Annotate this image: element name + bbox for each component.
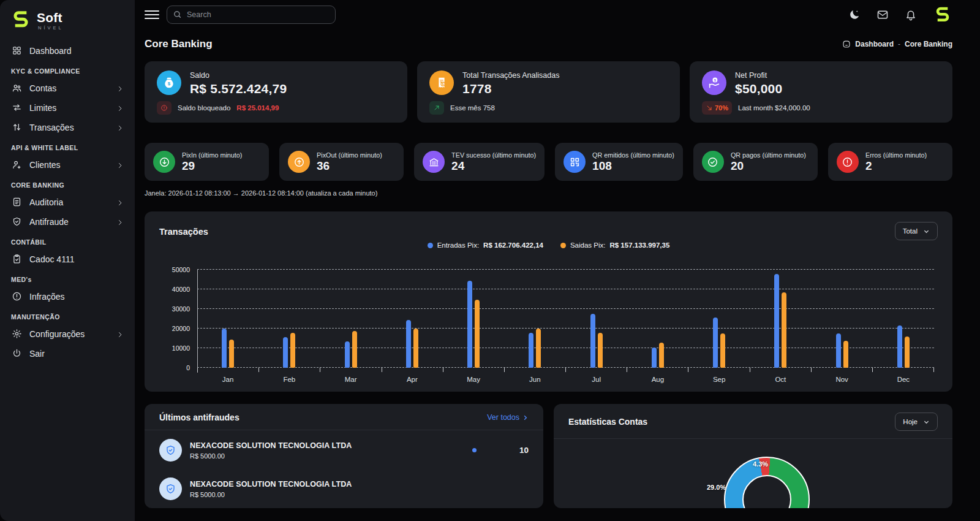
- bar-entradas-pix[interactable]: [222, 329, 227, 368]
- sidebar-item-sair[interactable]: Sair: [5, 344, 130, 363]
- legend-series-total: R$ 162.706.422,14: [483, 241, 543, 249]
- chevron-right-icon: [116, 161, 124, 169]
- qr-code-icon: [564, 151, 586, 173]
- sidebar-item-cadoc-4111[interactable]: Cadoc 4111: [5, 249, 130, 268]
- bar-group-aug: [627, 270, 688, 368]
- stat-card-label: Net Profit: [735, 71, 782, 80]
- sidebar-item-label: Dashboard: [29, 46, 124, 56]
- client-user-icon: [11, 159, 22, 170]
- bar-entradas-pix[interactable]: [713, 318, 718, 368]
- chart-legend: Entradas Pix: R$ 162.706.422,14 Saidas P…: [159, 241, 938, 249]
- x-axis-tick-label: Feb: [258, 376, 320, 383]
- accounts-stats-card: Estatísticas Contas Hoje 4.3%29.0%: [554, 404, 952, 508]
- brand-avatar[interactable]: [933, 5, 952, 25]
- bar-entradas-pix[interactable]: [345, 341, 350, 368]
- bar-saidas-pix[interactable]: [905, 337, 910, 368]
- chevron-right-icon: [116, 330, 124, 338]
- bar-entradas-pix[interactable]: [897, 325, 902, 368]
- legend-item-entradas-pix: Entradas Pix: R$ 162.706.422,14: [428, 241, 543, 249]
- bar-entradas-pix[interactable]: [467, 281, 472, 368]
- bar-saidas-pix[interactable]: [229, 340, 234, 368]
- sidebar-item-configuracoes[interactable]: Configurações: [5, 324, 130, 343]
- bell-icon[interactable]: [905, 9, 917, 21]
- mail-icon[interactable]: [876, 9, 889, 21]
- stat-cards-row: $ Saldo R$ 5.572.424,79 Saldo bloqueado …: [145, 61, 952, 123]
- bar-entradas-pix[interactable]: [590, 314, 595, 368]
- sidebar-item-contas[interactable]: Contas: [5, 78, 130, 97]
- stat-card-value: 1778: [462, 82, 559, 96]
- sidebar-item-limites[interactable]: Limites: [5, 98, 130, 117]
- bar-entradas-pix[interactable]: [283, 337, 288, 368]
- sidebar-item-antifraude[interactable]: Antifraude: [5, 212, 130, 231]
- bar-entradas-pix[interactable]: [774, 274, 779, 368]
- menu-toggle-button[interactable]: [145, 9, 159, 20]
- bar-saidas-pix[interactable]: [843, 341, 848, 368]
- metric-card-label: PixOut (último minuto): [317, 151, 382, 159]
- home-icon: [842, 40, 851, 48]
- y-axis-tick-label: 0: [186, 364, 190, 371]
- bar-saidas-pix[interactable]: [290, 333, 295, 368]
- chevron-down-icon: [923, 419, 930, 425]
- donut-slice-label: 29.0%: [707, 484, 726, 491]
- bar-group-dec: [873, 270, 934, 368]
- moon-icon[interactable]: [848, 9, 861, 21]
- bar-saidas-pix[interactable]: [782, 292, 786, 368]
- antifraud-list-item[interactable]: NEXACODE SOLUTION TECNOLOGIA LTDA R$ 500…: [145, 469, 543, 508]
- antifraud-list: NEXACODE SOLUTION TECNOLOGIA LTDA R$ 500…: [145, 430, 543, 508]
- x-axis-tick-label: Jul: [566, 376, 627, 383]
- bar-entradas-pix[interactable]: [836, 333, 841, 368]
- bar-saidas-pix[interactable]: [720, 333, 725, 368]
- users-icon: [11, 83, 22, 94]
- accounts-stats-filter-select[interactable]: Hoje: [895, 413, 938, 431]
- sidebar-item-dashboard[interactable]: Dashboard: [5, 41, 130, 60]
- alert-circle-icon: [157, 101, 172, 115]
- sidebar-item-infracoes[interactable]: Infrações: [5, 287, 130, 306]
- bar-entradas-pix[interactable]: [652, 348, 657, 368]
- bar-saidas-pix[interactable]: [352, 331, 357, 368]
- chevron-right-icon: [116, 218, 124, 226]
- stat-card-footer-text: Last month $24,000.00: [738, 104, 810, 112]
- bar-entradas-pix[interactable]: [406, 320, 411, 368]
- breadcrumb-home[interactable]: Dashboard: [855, 40, 894, 48]
- sidebar-item-label: Configurações: [29, 329, 109, 339]
- x-axis-tick-label: May: [443, 376, 504, 383]
- metric-card-value: 29: [182, 159, 242, 173]
- bar-saidas-pix[interactable]: [475, 300, 480, 368]
- search-input[interactable]: [167, 6, 336, 24]
- sidebar-item-clientes[interactable]: Clientes: [5, 155, 130, 174]
- sidebar-item-label: Limites: [29, 103, 109, 113]
- bar-group-feb: [258, 270, 320, 368]
- sidebar-item-label: Transações: [29, 123, 109, 132]
- chart-filter-select[interactable]: Total: [895, 222, 938, 240]
- bar-saidas-pix[interactable]: [598, 333, 603, 368]
- bar-saidas-pix[interactable]: [659, 343, 664, 368]
- y-axis-tick-label: 30000: [172, 305, 190, 313]
- chart-title: Transações: [159, 222, 208, 237]
- antifraud-company-name: NEXACODE SOLUTION TECNOLOGIA LTDA: [190, 441, 464, 450]
- bar-saidas-pix[interactable]: [536, 329, 541, 368]
- antifraud-list-item[interactable]: NEXACODE SOLUTION TECNOLOGIA LTDA R$ 500…: [145, 430, 543, 469]
- antifraud-amount: R$ 5000.00: [190, 452, 464, 460]
- arrow-up-circle-icon: [288, 151, 310, 173]
- dashboard-icon: [11, 45, 22, 56]
- bottom-row: Últimos antifraudes Ver todos NEXACODE S…: [145, 404, 952, 508]
- sidebar-item-label: Infrações: [29, 292, 124, 302]
- bar-entradas-pix[interactable]: [529, 333, 533, 368]
- sidebar: Soft NÍVEL DashboardKYC & COMPLIANCECont…: [0, 0, 135, 521]
- money-bag-icon: $: [157, 70, 181, 95]
- brand-logo[interactable]: Soft NÍVEL: [0, 0, 135, 37]
- y-axis-tick-label: 10000: [172, 344, 190, 352]
- sidebar-item-transacoes[interactable]: Transações: [5, 118, 130, 137]
- sidebar-item-auditoria[interactable]: Auditoria: [5, 192, 130, 211]
- y-axis-tick-label: 20000: [172, 325, 190, 332]
- sidebar-item-label: Cadoc 4111: [29, 254, 124, 264]
- main-area: Core Banking Dashboard - Core Banking $ …: [135, 0, 980, 521]
- stat-card-footer-text: Saldo bloqueado: [178, 104, 230, 112]
- status-dot-icon: [472, 448, 477, 452]
- arrow-down-circle-icon: [153, 151, 175, 173]
- bar-saidas-pix[interactable]: [413, 329, 418, 368]
- legend-item-saidas-pix: Saidas Pix: R$ 157.133.997,35: [560, 241, 669, 249]
- chart-x-ticks: [197, 368, 934, 372]
- metric-card-value: 20: [731, 159, 806, 173]
- antifraud-see-all-link[interactable]: Ver todos: [487, 413, 529, 422]
